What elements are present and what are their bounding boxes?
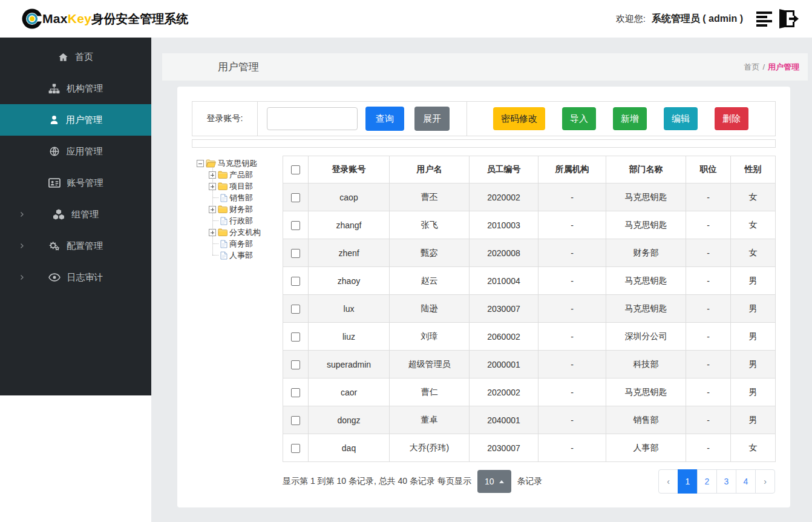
toolbar-strip — [192, 139, 776, 148]
delete-button[interactable]: 删除 — [715, 107, 748, 130]
sidebar-item-app[interactable]: 应用管理 — [0, 136, 151, 167]
users-table: 登录账号用户名员工编号所属机构部门名称职位性别 caop曹丕2020002-马克… — [283, 156, 776, 462]
sidebar-item-account[interactable]: 账号管理 — [0, 167, 151, 199]
breadcrumb-home[interactable]: 首页 — [744, 62, 759, 73]
sidebar-item-org[interactable]: 机构管理 — [0, 73, 151, 104]
add-button[interactable]: 新增 — [613, 107, 647, 130]
tree-node-file[interactable]: 行政部 — [209, 215, 283, 226]
row-checkbox[interactable] — [291, 249, 300, 258]
column-header-login-account: 登录账号 — [309, 156, 390, 183]
cell-username: 曹仁 — [390, 378, 470, 406]
tree-line — [212, 197, 218, 198]
brand-name: MaxKey — [42, 12, 91, 26]
top-header: MaxKey 身份安全管理系统 欢迎您: 系统管理员 ( admin ) — [0, 0, 812, 38]
row-checkbox[interactable] — [291, 332, 300, 342]
row-checkbox[interactable] — [291, 277, 300, 286]
cell-organization: - — [539, 267, 606, 295]
tree-node-file[interactable]: 人事部 — [209, 249, 283, 261]
row-checkbox[interactable] — [291, 416, 300, 425]
table-row: caor曹仁2020002-马克思钥匙-男 — [283, 378, 776, 406]
login-account-input[interactable] — [267, 107, 358, 130]
page-next[interactable]: › — [755, 469, 775, 494]
cell-organization: - — [539, 406, 606, 434]
tree-node-folder[interactable]: 财务部 — [209, 203, 283, 215]
row-checkbox[interactable] — [291, 193, 300, 202]
page-size-dropdown[interactable]: 10 — [477, 470, 511, 493]
row-checkbox[interactable] — [291, 360, 300, 369]
logout-icon[interactable] — [777, 9, 799, 28]
tree-collapse-toggle[interactable] — [197, 160, 204, 167]
sidebar-item-config[interactable]: 配置管理 — [0, 230, 151, 262]
tree-node-file[interactable]: 销售部 — [209, 192, 283, 203]
tree-expand-toggle[interactable] — [209, 229, 216, 236]
import-button[interactable]: 导入 — [562, 107, 596, 130]
tree-expand-toggle[interactable] — [209, 183, 216, 190]
table-row: lux陆逊2030007-马克思钥匙-男 — [283, 295, 776, 323]
page-1[interactable]: 1 — [678, 469, 698, 494]
cell-login-account: dongz — [309, 406, 390, 434]
cell-gender: 男 — [731, 323, 776, 351]
cell-department: 人事部 — [606, 434, 686, 462]
tree-node-folder[interactable]: 产品部 — [209, 169, 283, 180]
cell-username: 曹丕 — [390, 183, 470, 211]
page-2[interactable]: 2 — [697, 469, 717, 494]
query-button[interactable]: 查询 — [365, 107, 404, 131]
brand-title: 身份安全管理系统 — [91, 11, 188, 27]
tree-node-label: 行政部 — [229, 216, 253, 226]
tree-children: 产品部项目部销售部财务部行政部分支机构商务部人事部 — [209, 169, 283, 261]
change-password-button[interactable]: 密码修改 — [493, 107, 545, 130]
sidebar-item-group[interactable]: 组管理 — [0, 199, 151, 230]
expand-button[interactable]: 展开 — [414, 107, 450, 131]
sidebar-item-audit[interactable]: 日志审计 — [0, 262, 151, 293]
tree-node-folder[interactable]: 分支机构 — [209, 226, 283, 238]
row-checkbox[interactable] — [291, 221, 300, 230]
row-checkbox[interactable] — [291, 305, 300, 314]
select-all-header-cell — [283, 156, 309, 183]
cell-username: 董卓 — [390, 406, 470, 434]
menu-list-icon[interactable] — [756, 11, 773, 27]
cell-gender: 男 — [731, 351, 776, 378]
tree-expand-toggle[interactable] — [209, 171, 216, 179]
cell-employee-no: 2010003 — [470, 211, 539, 239]
cell-department: 深圳分公司 — [606, 323, 686, 351]
sidebar-item-label: 组管理 — [71, 209, 99, 220]
sidebar-item-label: 配置管理 — [67, 240, 103, 252]
folder-icon — [218, 182, 228, 190]
tree-node-folder[interactable]: 项目部 — [209, 180, 283, 192]
cell-department: 马克思钥匙 — [606, 378, 686, 406]
column-header-employee-no: 员工编号 — [470, 156, 539, 183]
cell-position: - — [686, 323, 731, 351]
tree-expand-toggle[interactable] — [209, 206, 216, 213]
cell-employee-no: 2040001 — [470, 406, 539, 434]
tree-root-node[interactable]: 马克思钥匙 — [197, 157, 283, 169]
select-all-checkbox[interactable] — [291, 165, 300, 174]
row-checkbox[interactable] — [291, 388, 300, 397]
tree-node-file[interactable]: 商务部 — [209, 238, 283, 249]
page-3[interactable]: 3 — [716, 469, 736, 494]
cell-organization: - — [539, 351, 606, 378]
page-header-bar: 用户管理 首页 / 用户管理 — [162, 53, 808, 81]
edit-button[interactable]: 编辑 — [664, 107, 698, 130]
cell-position: - — [686, 267, 731, 295]
row-checkbox[interactable] — [291, 444, 300, 453]
file-icon — [220, 217, 228, 225]
sidebar-item-user[interactable]: 用户管理 — [0, 104, 151, 136]
sidebar-item-home[interactable]: 首页 — [0, 41, 151, 73]
tree-node-label: 项目部 — [229, 181, 253, 192]
page-prev[interactable]: ‹ — [658, 469, 678, 494]
search-panel: 登录账号: 查询 展开 密码修改导入新增编辑删除 — [192, 101, 776, 136]
cell-department: 马克思钥匙 — [606, 295, 686, 323]
content-card: 登录账号: 查询 展开 密码修改导入新增编辑删除 马克思钥匙产品部项目部销售部财… — [177, 87, 790, 507]
tree-line — [212, 243, 218, 244]
page-size-value: 10 — [485, 477, 494, 486]
cell-employee-no: 2060002 — [470, 323, 539, 351]
cell-employee-no: 2020002 — [470, 378, 539, 406]
cell-username: 大乔(乔玮) — [390, 434, 470, 462]
cell-organization: - — [539, 378, 606, 406]
cell-department: 销售部 — [606, 406, 686, 434]
account-icon — [48, 178, 61, 188]
cell-position: - — [686, 378, 731, 406]
table-row: zhangf张飞2010003-马克思钥匙-女 — [283, 211, 776, 239]
row-select-cell — [283, 267, 309, 295]
page-4[interactable]: 4 — [736, 469, 756, 494]
